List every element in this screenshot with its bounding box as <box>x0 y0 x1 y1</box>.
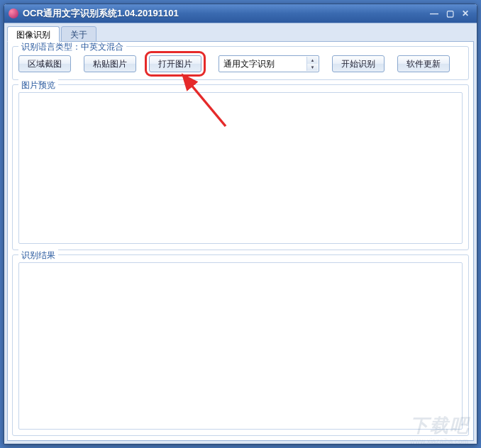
spinner-up-icon[interactable]: ▲ <box>307 57 318 64</box>
software-update-button[interactable]: 软件更新 <box>397 55 450 72</box>
open-image-button[interactable]: 打开图片 <box>149 55 201 72</box>
spinner-down-icon[interactable]: ▼ <box>307 64 318 71</box>
start-recognition-button[interactable]: 开始识别 <box>332 55 385 72</box>
image-preview-group: 图片预览 <box>12 84 469 250</box>
recognition-result-group: 识别结果 <box>12 254 469 436</box>
area-screenshot-button[interactable]: 区域截图 <box>18 55 71 72</box>
toolbar-row: 区域截图 粘贴图片 打开图片 通用文字识别 ▲ ▼ 开始识别 软件更新 <box>18 54 463 74</box>
tab-strip: 图像识别 关于 <box>7 26 474 42</box>
tab-content: 识别语言类型：中英文混合 区域截图 粘贴图片 打开图片 通用文字识别 ▲ ▼ 开… <box>7 41 474 441</box>
select-spinner[interactable]: ▲ ▼ <box>306 57 318 71</box>
tab-image-recognition[interactable]: 图像识别 <box>7 26 60 42</box>
paste-image-button[interactable]: 粘贴图片 <box>84 55 136 72</box>
close-button[interactable]: ✕ <box>458 8 472 19</box>
image-preview-legend: 图片预览 <box>18 79 58 91</box>
app-window: OCR通用文字识别系统1.04.20191101 — ▢ ✕ 图像识别 关于 识… <box>4 4 477 444</box>
recognition-type-select[interactable]: 通用文字识别 ▲ ▼ <box>219 55 319 72</box>
tab-about[interactable]: 关于 <box>61 26 96 42</box>
maximize-button[interactable]: ▢ <box>443 8 457 19</box>
recognition-type-value: 通用文字识别 <box>223 58 275 70</box>
language-type-legend: 识别语言类型：中英文混合 <box>18 41 126 53</box>
language-type-group: 识别语言类型：中英文混合 区域截图 粘贴图片 打开图片 通用文字识别 ▲ ▼ 开… <box>12 46 469 80</box>
recognition-result-area[interactable] <box>18 262 463 430</box>
app-icon <box>9 9 18 18</box>
titlebar[interactable]: OCR通用文字识别系统1.04.20191101 — ▢ ✕ <box>4 4 477 23</box>
recognition-result-legend: 识别结果 <box>18 250 58 262</box>
client-area: 图像识别 关于 识别语言类型：中英文混合 区域截图 粘贴图片 打开图片 通用文字… <box>4 23 477 444</box>
window-title: OCR通用文字识别系统1.04.20191101 <box>23 7 427 20</box>
minimize-button[interactable]: — <box>427 8 441 19</box>
image-preview-area <box>18 92 463 244</box>
window-controls: — ▢ ✕ <box>427 8 472 19</box>
